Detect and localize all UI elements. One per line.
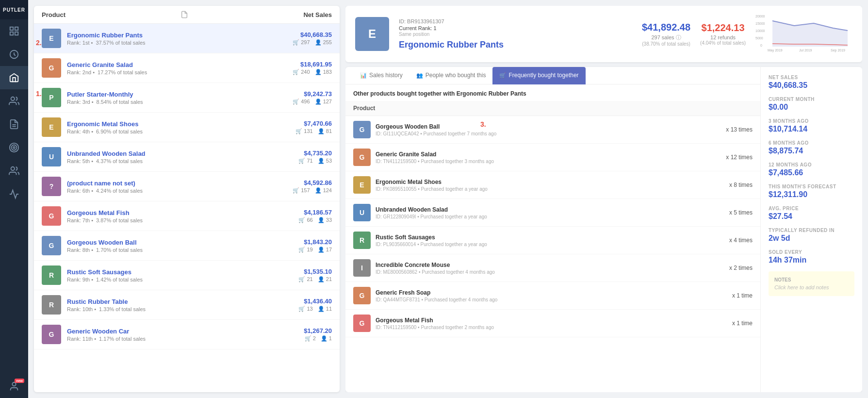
export-icon[interactable] (180, 11, 188, 18)
product-meta: Rank: 8th • 1.70% of total sales (67, 247, 298, 253)
svg-rect-1 (15, 27, 18, 30)
app-logo: PUTLER (0, 0, 28, 19)
notes-placeholder: Click here to add notes (774, 284, 849, 290)
product-row[interactable]: G Generic Wooden Car Rank: 11th • 1.17% … (34, 320, 340, 349)
together-row[interactable]: I Incredible Concrete Mouse ID: ME800056… (345, 254, 760, 282)
product-detail-id: ID: BR9133961307 (399, 18, 632, 24)
product-sales-block: $1,535.10 🛒 21 👤 21 (298, 268, 332, 282)
svg-text:Jul 2019: Jul 2019 (799, 49, 812, 52)
together-info: Gorgeous Wooden Ball ID: GI11UQCEA042 • … (376, 123, 721, 136)
product-sales-block: $1,843.20 🛒 19 👤 17 (298, 238, 332, 253)
product-info: (product name not set) Rank: 6th • 4.24%… (67, 180, 293, 194)
together-info: Incredible Concrete Mouse ID: ME80005608… (376, 262, 724, 275)
product-row[interactable]: G Gorgeous Wooden Ball Rank: 8th • 1.70%… (34, 231, 340, 261)
together-info: Generic Granite Salad ID: TN4112159500 •… (376, 151, 721, 164)
product-meta: Rank: 1st • 37.57% of total sales (67, 40, 293, 46)
together-thumb: U (353, 204, 371, 221)
product-detail-rank: Current Rank: 1 Same position (399, 25, 632, 37)
together-name: Gorgeous Metal Fish (376, 317, 727, 324)
sidebar-item-products[interactable] (0, 66, 28, 89)
product-name: Generic Granite Salad (67, 61, 293, 68)
net-sales-stat: $41,892.48 297 sales ⓘ (38.70% of total … (642, 22, 690, 47)
sidebar-item-team[interactable] (0, 159, 28, 182)
svg-rect-2 (10, 32, 13, 35)
product-sales-detail: 🛒 21 👤 21 (298, 276, 332, 282)
product-sales: $18,691.95 (293, 61, 332, 68)
notes-label: NOTES (774, 277, 849, 282)
stat-label: NET SALES (769, 75, 854, 80)
product-sales-block: $18,691.95 🛒 240 👤 183 (293, 61, 332, 75)
product-thumb: E (42, 29, 61, 48)
notes-box[interactable]: NOTES Click here to add notes (769, 271, 854, 296)
product-sales: $7,470.66 (295, 120, 332, 127)
together-count: x 4 times (729, 237, 753, 244)
tab-people-bought[interactable]: 👥 People who bought this (409, 67, 493, 84)
product-row[interactable]: 2. E Ergonomic Rubber Pants Rank: 1st • … (34, 24, 340, 53)
together-thumb: G (353, 149, 371, 166)
product-thumb: ? (42, 177, 61, 196)
product-row[interactable]: P Putler Starter-Monthly Rank: 3rd • 8.5… (34, 83, 340, 113)
product-info: Putler Starter-Monthly Rank: 3rd • 8.54%… (67, 91, 293, 105)
sidebar-item-analytics[interactable] (0, 182, 28, 206)
together-thumb: E (353, 176, 371, 194)
sidebar-item-reports[interactable] (0, 113, 28, 136)
svg-text:0: 0 (760, 44, 762, 47)
together-info: Generic Fresh Soap ID: QA44MTGF8731 • Pu… (376, 289, 727, 302)
product-thumb: R (42, 295, 61, 315)
together-row[interactable]: E Ergonomic Metal Shoes ID: PK0895510055… (345, 171, 760, 199)
together-id: ID: TN4112159500 • Purchased together 2 … (376, 325, 727, 330)
tab-bar: 📊 Sales history 👥 People who bought this… (345, 67, 760, 84)
product-row[interactable]: ? (product name not set) Rank: 6th • 4.2… (34, 172, 340, 201)
together-id: ID: ME8000560862 • Purchased together 4 … (376, 269, 724, 275)
product-row[interactable]: G Generic Granite Salad Rank: 2nd • 17.2… (34, 53, 340, 83)
stat-block: 6 MONTHS AGO $8,875.74 (769, 140, 854, 155)
together-count: x 1 time (732, 292, 753, 299)
product-row[interactable]: R Rustic Rubber Table Rank: 10th • 1.33%… (34, 290, 340, 320)
stat-block: AVG. PRICE $27.54 (769, 206, 854, 221)
together-row[interactable]: G Gorgeous Wooden Ball ID: GI11UQCEA042 … (345, 116, 760, 144)
product-row[interactable]: U Unbranded Wooden Salad Rank: 5th • 4.3… (34, 142, 340, 172)
together-row[interactable]: G Gorgeous Metal Fish ID: TN4112159500 •… (345, 310, 760, 337)
product-thumb: G (42, 206, 61, 226)
product-detail-body: 📊 Sales history 👥 People who bought this… (345, 67, 862, 392)
cart-count: 🛒 71 (298, 158, 312, 164)
cart-count: 🛒 2 (305, 335, 316, 342)
product-row[interactable]: E Ergonomic Metal Shoes Rank: 4th • 6.90… (34, 113, 340, 142)
together-thumb: G (353, 121, 371, 138)
sidebar-item-notifications[interactable]: new (0, 375, 28, 398)
stat-label: SOLD EVERY (769, 249, 854, 255)
product-row[interactable]: R Rustic Soft Sausages Rank: 9th • 1.42%… (34, 261, 340, 290)
product-sales-detail: 🛒 19 👤 17 (298, 247, 332, 253)
stat-label: 3 MONTHS AGO (769, 118, 854, 124)
svg-text:15000: 15000 (755, 22, 765, 25)
step-3-label: 3. (480, 120, 486, 128)
stat-label: 6 MONTHS AGO (769, 140, 854, 146)
product-name: Generic Wooden Car (67, 328, 304, 335)
sidebar: PUTLER new (0, 0, 28, 398)
together-id: ID: TN4112159500 • Purchased together 3 … (376, 159, 721, 164)
together-row[interactable]: R Rustic Soft Sausages ID: PL9035660014 … (345, 227, 760, 254)
product-thumb: G (42, 58, 61, 78)
product-detail-name: Ergonomic Rubber Pants (399, 40, 632, 50)
product-list-header: Product Net Sales (34, 6, 340, 24)
product-sales-detail: 🛒 66 👤 33 (298, 217, 332, 223)
together-row[interactable]: G Generic Granite Salad ID: TN4112159500… (345, 144, 760, 171)
sidebar-item-goals[interactable] (0, 136, 28, 159)
user-count: 👤 81 (318, 128, 332, 134)
together-row[interactable]: U Unbranded Wooden Salad ID: GR122809049… (345, 199, 760, 227)
refunds-percent: (4.04% of total sales) (700, 40, 746, 46)
user-count: 👤 21 (318, 276, 332, 282)
cart-count: 🛒 66 (298, 217, 312, 223)
product-sales-detail: 🛒 157 👤 124 (293, 187, 332, 194)
sidebar-item-sales[interactable] (0, 43, 28, 66)
together-row[interactable]: G Generic Fresh Soap ID: QA44MTGF8731 • … (345, 282, 760, 310)
sidebar-item-customers[interactable] (0, 89, 28, 113)
tab-frequently-together[interactable]: 🛒 Frequently bought together (492, 67, 585, 84)
sidebar-item-dashboard[interactable] (0, 19, 28, 43)
product-info: Unbranded Wooden Salad Rank: 5th • 4.37%… (67, 150, 298, 164)
product-row[interactable]: G Gorgeous Metal Fish Rank: 7th • 3.87% … (34, 201, 340, 231)
tab-sales-history[interactable]: 📊 Sales history (353, 67, 409, 84)
info-icon: ⓘ (676, 34, 681, 40)
user-count: 👤 127 (315, 99, 332, 105)
together-count: x 2 times (729, 265, 753, 271)
